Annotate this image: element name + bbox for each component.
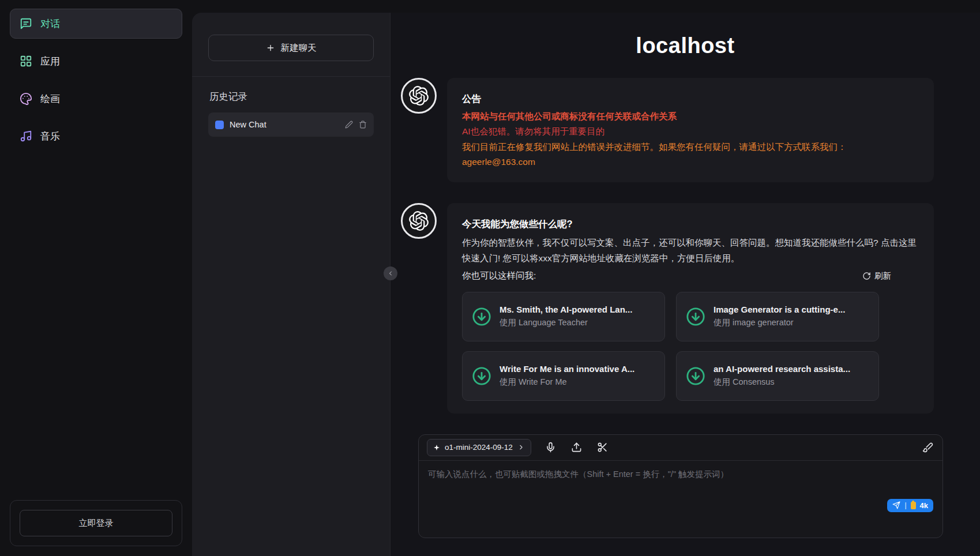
chevron-right-icon (517, 444, 525, 451)
sidebar-item-label: 应用 (40, 55, 60, 68)
page-title: localhost (391, 33, 980, 58)
refresh-label: 刷新 (874, 271, 891, 281)
login-panel: 立即登录 (10, 500, 182, 546)
composer-toolbar: o1-mini-2024-09-12 (419, 435, 943, 461)
token-count: 4k (920, 501, 928, 510)
sidebar-item-chat[interactable]: 对话 (10, 9, 182, 39)
suggestion-card[interactable]: Ms. Smith, the AI-powered Lan... 使用 Lang… (462, 292, 665, 341)
divider (192, 76, 390, 77)
circle-arrow-down-icon (686, 307, 705, 326)
ask-hint: 你也可以这样问我: (462, 268, 536, 283)
chat-bubble-icon (20, 17, 32, 30)
microphone-button[interactable] (544, 441, 557, 454)
contact-email: ageerle@163.com (462, 155, 919, 170)
scissors-icon (597, 442, 608, 453)
refresh-icon (862, 272, 871, 280)
openai-logo-icon (409, 86, 429, 106)
sidebar-item-drawing[interactable]: 绘画 (10, 84, 182, 114)
greeting-body: 作为你的智慧伙伴，我不仅可以写文案、出点子，还可以和你聊天、回答问题。想知道我还… (462, 235, 919, 266)
suggestion-card[interactable]: Image Generator is a cutting-e... 使用 ima… (676, 292, 879, 341)
greeting-title: 今天我能为您做些什么呢? (462, 216, 919, 232)
history-title: 历史记录 (209, 91, 373, 103)
new-chat-label: 新建聊天 (281, 42, 317, 54)
sidebar-item-music[interactable]: 音乐 (10, 121, 182, 151)
send-button[interactable]: | 4k (887, 499, 933, 512)
suggestion-grid: Ms. Smith, the AI-powered Lan... 使用 Lang… (462, 292, 919, 401)
announcement-bubble: 公告 本网站与任何其他公司或商标没有任何关联或合作关系 AI也会犯错。请勿将其用… (447, 78, 934, 182)
apps-grid-icon (20, 55, 32, 67)
upload-icon (571, 442, 582, 453)
sidebar-item-apps[interactable]: 应用 (10, 46, 182, 76)
sparkle-icon (433, 444, 440, 451)
circle-arrow-down-icon (472, 366, 491, 386)
app-window: 对话 应用 绘画 音乐 立即登录 (0, 0, 980, 556)
plus-icon (266, 43, 275, 52)
upload-button[interactable] (570, 441, 583, 454)
content-card: 新建聊天 历史记录 New Chat (192, 13, 980, 556)
chat-list-panel: 新建聊天 历史记录 New Chat (192, 13, 391, 556)
edit-icon[interactable] (345, 121, 353, 129)
suggestion-subtitle: 使用 Write For Me (500, 377, 634, 388)
sidebar-item-label: 音乐 (40, 130, 60, 143)
refresh-button[interactable]: 刷新 (862, 271, 891, 281)
announcement-line: AI也会犯错。请勿将其用于重要目的 (462, 124, 919, 139)
clear-context-button[interactable] (921, 441, 934, 454)
token-icon (911, 502, 916, 509)
announcement-line: 本网站与任何其他公司或商标没有任何关联或合作关系 (462, 109, 919, 124)
history-item-actions (345, 121, 367, 129)
assistant-avatar (401, 203, 437, 239)
suggestion-subtitle: 使用 Language Teacher (500, 317, 632, 328)
microphone-icon (545, 442, 556, 453)
composer: o1-mini-2024-09-12 (418, 434, 943, 538)
openai-logo-icon (409, 211, 429, 231)
ask-hint-row: 你也可以这样问我: 刷新 (462, 268, 891, 283)
announcement-line: 我们目前正在修复我们网站上的错误并改进细节。如果您有任何疑问，请通过以下方式联系… (462, 140, 919, 155)
suggestion-title: an AI-powered research assista... (714, 364, 850, 374)
circle-arrow-down-icon (686, 366, 705, 386)
history-item[interactable]: New Chat (208, 112, 374, 137)
model-name: o1-mini-2024-09-12 (445, 443, 513, 452)
new-chat-button[interactable]: 新建聊天 (208, 35, 374, 61)
message-row: 公告 本网站与任何其他公司或商标没有任何关联或合作关系 AI也会犯错。请勿将其用… (391, 78, 980, 182)
delete-icon[interactable] (359, 121, 367, 129)
suggestion-title: Write For Me is an innovative A... (500, 364, 634, 374)
circle-arrow-down-icon (472, 307, 491, 326)
sidebar-item-label: 对话 (40, 17, 60, 31)
greeting-bubble: 今天我能为您做些什么呢? 作为你的智慧伙伴，我不仅可以写文案、出点子，还可以和你… (447, 203, 934, 413)
suggestion-title: Image Generator is a cutting-e... (714, 305, 845, 314)
broom-icon (922, 442, 933, 453)
suggestion-card[interactable]: an AI-powered research assista... 使用 Con… (676, 351, 879, 401)
message-input[interactable] (419, 461, 943, 538)
message-row: 今天我能为您做些什么呢? 作为你的智慧伙伴，我不仅可以写文案、出点子，还可以和你… (391, 203, 980, 413)
assistant-avatar (401, 78, 437, 114)
sidebar-item-label: 绘画 (40, 92, 60, 106)
pill-divider: | (904, 501, 906, 509)
collapse-sidebar-button[interactable] (384, 266, 397, 280)
model-selector[interactable]: o1-mini-2024-09-12 (427, 439, 531, 456)
music-note-icon (20, 130, 32, 142)
chat-square-icon (215, 121, 224, 129)
sidebar: 对话 应用 绘画 音乐 立即登录 (0, 0, 192, 556)
history-item-title: New Chat (230, 120, 266, 129)
chat-main: localhost 公告 本网站与任何其他公司或商标没有任何关联或合作关系 AI… (391, 13, 980, 556)
login-button[interactable]: 立即登录 (20, 510, 172, 536)
suggestion-subtitle: 使用 Consensus (714, 377, 850, 388)
chevron-left-icon (387, 270, 394, 277)
send-icon (892, 501, 900, 509)
suggestion-card[interactable]: Write For Me is an innovative A... 使用 Wr… (462, 351, 665, 401)
scissors-button[interactable] (596, 441, 609, 454)
composer-body: | 4k (419, 461, 943, 538)
suggestion-subtitle: 使用 image generator (714, 317, 845, 328)
suggestion-title: Ms. Smith, the AI-powered Lan... (500, 305, 632, 314)
announcement-title: 公告 (462, 91, 919, 107)
sidebar-nav: 对话 应用 绘画 音乐 (10, 9, 182, 159)
palette-icon (20, 92, 32, 105)
